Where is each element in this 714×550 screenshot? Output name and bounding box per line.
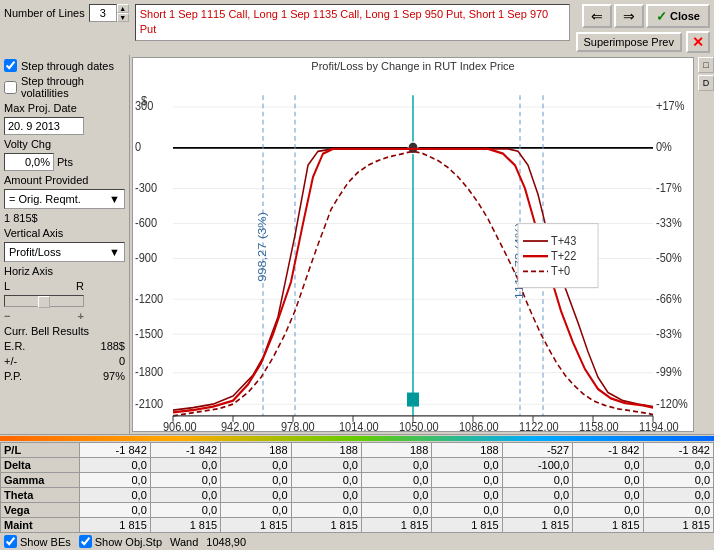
table-cell: 0,0	[291, 458, 361, 473]
curr-bell-label: Curr. Bell Results	[4, 325, 125, 337]
table-cell: 0,0	[502, 473, 572, 488]
row-label: Vega	[1, 503, 80, 518]
table-cell: 0,0	[150, 488, 220, 503]
step-dates-checkbox[interactable]	[4, 59, 17, 72]
table-cell: 188	[432, 443, 502, 458]
color-bar	[0, 436, 714, 441]
step-dates-label: Step through dates	[21, 60, 114, 72]
spinbox-down[interactable]: ▼	[117, 13, 129, 22]
svg-text:-50%: -50%	[656, 250, 682, 265]
row-label: Maint	[1, 518, 80, 533]
max-proj-label: Max Proj. Date	[4, 102, 125, 114]
svg-text:300: 300	[135, 99, 154, 114]
table-cell: 0,0	[80, 488, 150, 503]
table-cell: 0,0	[80, 503, 150, 518]
x-button[interactable]: ✕	[686, 31, 710, 53]
svg-text:+0,1%: +0,1%	[402, 431, 434, 432]
er-value: 188$	[101, 340, 125, 352]
svg-text:-10,2%: -10,2%	[220, 431, 255, 432]
spinbox-up[interactable]: ▲	[117, 4, 129, 13]
plusminus-value: 0	[119, 355, 125, 367]
superimpose-button[interactable]: Superimpose Prev	[576, 32, 683, 52]
table-cell: 0,0	[361, 488, 431, 503]
vertical-axis-dropdown[interactable]: Profit/Loss ▼	[4, 242, 125, 262]
table-cell: 1 815	[502, 518, 572, 533]
horiz-slider-thumb[interactable]	[38, 296, 50, 308]
horiz-l-label: L	[4, 280, 10, 292]
num-lines-spinbox[interactable]: 3 ▲ ▼	[89, 4, 129, 22]
table-cell: 0,0	[432, 473, 502, 488]
right-buttons-panel: □ D	[696, 55, 714, 434]
svg-text:0: 0	[135, 139, 141, 154]
num-lines-input[interactable]: 3	[89, 4, 117, 22]
table-cell: 0,0	[643, 473, 714, 488]
svg-text:998,27 (3%): 998,27 (3%)	[256, 212, 269, 282]
step-vol-label: Step through volatilities	[21, 75, 125, 99]
table-cell: 0,0	[221, 458, 291, 473]
svg-text:-900: -900	[135, 250, 157, 265]
table-cell: 1 815	[573, 518, 643, 533]
svg-text:-17%: -17%	[656, 180, 682, 195]
horiz-slider-track[interactable]	[4, 295, 84, 307]
nav-back-button[interactable]: ⇐	[582, 4, 612, 28]
dropdown-arrow-icon: ▼	[109, 193, 120, 205]
svg-text:-1800: -1800	[135, 364, 163, 379]
amount-dropdown[interactable]: = Orig. Reqmt. ▼	[4, 189, 125, 209]
table-cell: 0,0	[643, 488, 714, 503]
close-button[interactable]: ✓ Close	[646, 4, 710, 28]
chart-title: Profit/Loss by Change in RUT Index Price	[133, 58, 693, 72]
bottom-table: P/L -1 842 -1 842 188 188 188 188 -527 -…	[0, 434, 714, 533]
amount-label: Amount Provided	[4, 174, 125, 186]
svg-text:-600: -600	[135, 215, 157, 230]
table-cell: 0,0	[502, 503, 572, 518]
table-row-gamma: Gamma 0,0 0,0 0,0 0,0 0,0 0,0 0,0 0,0 0,…	[1, 473, 714, 488]
table-cell: -527	[502, 443, 572, 458]
wand-label: Wand	[170, 536, 198, 548]
nav-forward-button[interactable]: ⇒	[614, 4, 644, 28]
svg-text:+7,0%: +7,0%	[522, 431, 554, 432]
volty-chg-input[interactable]	[4, 153, 54, 171]
table-cell: 0,0	[573, 473, 643, 488]
show-bes-checkbox[interactable]	[4, 535, 17, 548]
show-bes-label[interactable]: Show BEs	[4, 535, 71, 548]
num-lines-label: Number of Lines	[4, 7, 85, 19]
svg-text:-3,3%: -3,3%	[343, 431, 372, 432]
svg-text:-66%: -66%	[656, 291, 682, 306]
minus-icon: −	[4, 310, 10, 322]
step-vol-checkbox[interactable]	[4, 81, 17, 94]
svg-text:T+43: T+43	[551, 233, 577, 248]
table-cell: 0,0	[80, 473, 150, 488]
table-cell: 1 815	[643, 518, 714, 533]
svg-text:-6,8%: -6,8%	[282, 431, 311, 432]
table-row-pl: P/L -1 842 -1 842 188 188 188 188 -527 -…	[1, 443, 714, 458]
pts-label: Pts	[57, 156, 73, 168]
table-cell: 0,0	[291, 488, 361, 503]
max-proj-input[interactable]: 20. 9 2013	[4, 117, 84, 135]
show-obj-stp-label[interactable]: Show Obj.Stp	[79, 535, 162, 548]
amount-dropdown-label: = Orig. Reqmt.	[9, 193, 81, 205]
table-cell: 0,0	[643, 503, 714, 518]
table-cell: 0,0	[291, 473, 361, 488]
table-cell: 1 815	[361, 518, 431, 533]
right-btn-top[interactable]: □	[698, 57, 714, 73]
table-cell: 0,0	[221, 473, 291, 488]
horiz-r-label: R	[76, 280, 84, 292]
svg-rect-38	[407, 393, 419, 407]
table-cell: -1 842	[80, 443, 150, 458]
chart-area: Profit/Loss by Change in RUT Index Price…	[132, 57, 694, 432]
row-label: Gamma	[1, 473, 80, 488]
svg-text:-1200: -1200	[135, 291, 163, 306]
pp-value: 97%	[103, 370, 125, 382]
show-obj-stp-checkbox[interactable]	[79, 535, 92, 548]
table-cell: 188	[361, 443, 431, 458]
svg-text:-300: -300	[135, 180, 157, 195]
wand-value: 1048,90	[206, 536, 246, 548]
er-label: E.R.	[4, 340, 25, 352]
table-cell: 0,0	[361, 458, 431, 473]
vertical-axis-label: Vertical Axis	[4, 227, 125, 239]
data-table: P/L -1 842 -1 842 188 188 188 188 -527 -…	[0, 442, 714, 533]
table-cell: -1 842	[573, 443, 643, 458]
table-cell: 1 815	[150, 518, 220, 533]
svg-text:-99%: -99%	[656, 364, 682, 379]
right-btn-d[interactable]: D	[698, 75, 714, 91]
